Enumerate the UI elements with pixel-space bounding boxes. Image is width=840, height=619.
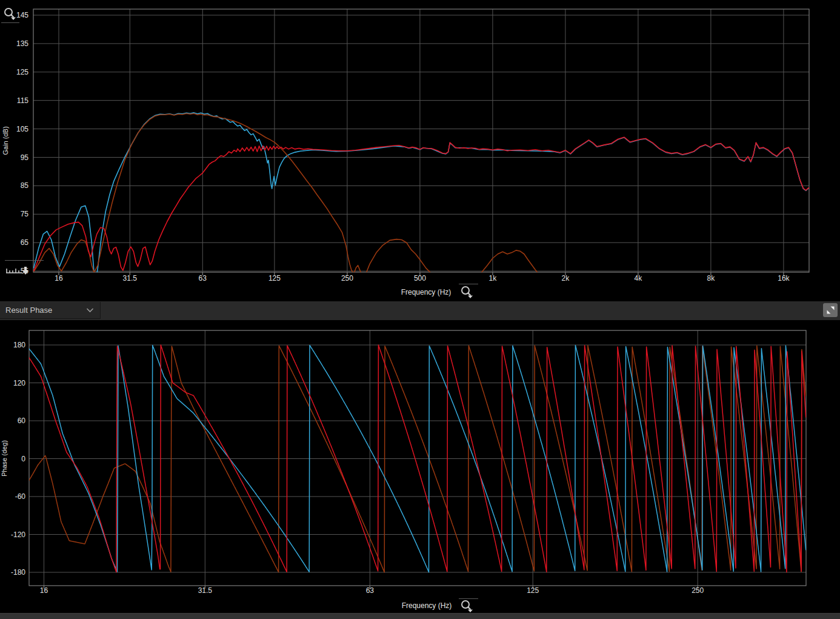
svg-text:31.5: 31.5 bbox=[123, 274, 138, 283]
phase-x-axis-zoom-button[interactable] bbox=[460, 599, 476, 614]
gain-axis-limits-button[interactable] bbox=[5, 264, 32, 276]
svg-text:105: 105 bbox=[16, 125, 28, 133]
svg-text:-60: -60 bbox=[15, 492, 26, 501]
gain-x-axis-zoom-button[interactable] bbox=[460, 285, 476, 299]
phase-chart[interactable]: 180120600-60-120-1801631.563125250Phase … bbox=[0, 320, 840, 613]
graph-toolbar: Result Phase bbox=[0, 301, 840, 320]
svg-text:31.5: 31.5 bbox=[198, 586, 213, 595]
svg-text:0: 0 bbox=[21, 455, 25, 463]
svg-text:-120: -120 bbox=[11, 530, 25, 539]
svg-text:-180: -180 bbox=[11, 568, 25, 577]
separator-line bbox=[1, 22, 19, 23]
svg-text:125: 125 bbox=[268, 274, 281, 283]
svg-text:Gain (dB): Gain (dB) bbox=[2, 126, 9, 155]
graph-select-label: Result Phase bbox=[0, 306, 52, 315]
svg-text:135: 135 bbox=[16, 39, 28, 48]
svg-text:500: 500 bbox=[414, 274, 426, 283]
magnifier-icon bbox=[460, 285, 476, 299]
status-bar bbox=[0, 613, 840, 619]
svg-text:16k: 16k bbox=[778, 274, 790, 283]
svg-text:250: 250 bbox=[341, 274, 353, 283]
separator-line bbox=[5, 260, 44, 261]
magnifier-icon bbox=[460, 599, 476, 614]
expand-icon bbox=[827, 306, 835, 314]
svg-text:120: 120 bbox=[13, 379, 25, 387]
svg-text:75: 75 bbox=[21, 210, 29, 218]
separator-line bbox=[459, 284, 478, 284]
svg-text:85: 85 bbox=[21, 181, 29, 190]
svg-text:16: 16 bbox=[40, 586, 48, 595]
svg-text:Phase (deg): Phase (deg) bbox=[1, 440, 8, 477]
svg-text:16: 16 bbox=[55, 274, 63, 283]
svg-text:63: 63 bbox=[199, 274, 207, 283]
svg-text:115: 115 bbox=[17, 96, 28, 105]
svg-text:180: 180 bbox=[13, 341, 25, 349]
gain-chart[interactable]: 14513512511510595857565551631.5631252505… bbox=[0, 0, 840, 301]
svg-text:2k: 2k bbox=[562, 274, 570, 283]
gain-y-axis-zoom-button[interactable] bbox=[3, 7, 19, 21]
axis-scale-icon bbox=[5, 264, 32, 276]
svg-text:Frequency (Hz): Frequency (Hz) bbox=[401, 288, 452, 296]
svg-text:63: 63 bbox=[366, 586, 375, 595]
svg-text:65: 65 bbox=[21, 238, 29, 247]
chevron-down-icon bbox=[86, 308, 100, 313]
svg-text:8k: 8k bbox=[707, 274, 716, 283]
svg-text:Frequency (Hz): Frequency (Hz) bbox=[402, 601, 452, 610]
svg-text:1k: 1k bbox=[489, 274, 498, 283]
caret-down-icon bbox=[11, 18, 16, 21]
magnifier-icon bbox=[3, 7, 19, 21]
svg-text:95: 95 bbox=[21, 153, 29, 162]
graph-select-dropdown[interactable]: Result Phase bbox=[0, 302, 101, 319]
svg-text:125: 125 bbox=[527, 586, 539, 595]
svg-text:250: 250 bbox=[692, 586, 704, 595]
svg-text:125: 125 bbox=[16, 68, 28, 76]
svg-text:60: 60 bbox=[18, 417, 26, 425]
measurement-app-window: { "ui": { "toolbar": { "selector_label":… bbox=[0, 0, 840, 619]
expand-graph-button[interactable] bbox=[823, 303, 838, 317]
caret-down-icon bbox=[468, 296, 473, 299]
caret-down-icon bbox=[468, 610, 473, 613]
svg-text:4k: 4k bbox=[635, 274, 643, 283]
arrow-down-icon bbox=[22, 270, 28, 275]
